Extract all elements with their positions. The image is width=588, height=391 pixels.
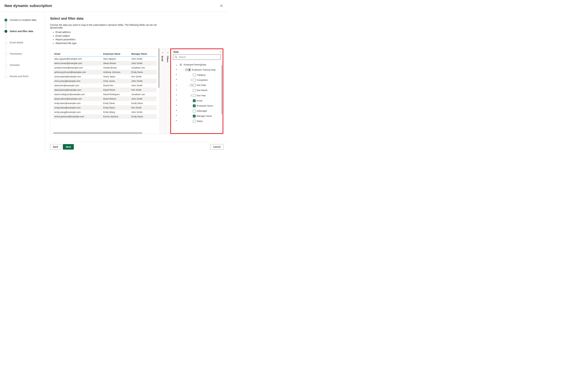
step-circle-icon	[4, 64, 7, 67]
chevron-right-icon[interactable]: »	[220, 51, 221, 53]
table-row[interactable]: david.wilson@example.comDavid WilsonJohn…	[53, 97, 156, 101]
chevron-right-icon[interactable]: ›	[187, 84, 190, 87]
cancel-button[interactable]: Cancel	[210, 144, 224, 150]
step-label: Connect to recipient data	[10, 19, 36, 21]
dataset-label: EmployeeTrainingData	[184, 63, 206, 66]
filters-pane-tab[interactable]: « Filters	[165, 48, 170, 134]
bullet-item: Email address	[56, 30, 224, 34]
horizontal-scrollbar[interactable]	[53, 132, 142, 134]
table-label: Employee Training Data	[192, 68, 216, 72]
field-label: Due Date	[197, 84, 206, 87]
column-header[interactable]: Manager Name	[130, 52, 156, 57]
calendar-icon	[190, 84, 193, 86]
tree-field[interactable]: IsManager	[179, 108, 222, 113]
step-circle-icon	[4, 30, 7, 33]
svg-line-1	[176, 58, 177, 58]
table-row[interactable]: david.kim@example.comDavid KimJohn Smith	[53, 83, 156, 88]
step-0[interactable]: Connect to recipient data	[4, 17, 45, 23]
field-checkbox[interactable]	[193, 104, 196, 107]
tree-field[interactable]: Due Month	[179, 88, 222, 93]
table-cell: John Smith	[130, 110, 156, 114]
field-label: Manager Name	[197, 114, 212, 118]
step-circle-icon	[4, 19, 7, 21]
step-label: Review and finish	[10, 75, 28, 78]
column-header[interactable]: Email	[53, 52, 102, 57]
table-row[interactable]: emma.jackson@example.comEmma JacksonEmil…	[53, 114, 156, 119]
vertical-scrollbar[interactable]	[158, 48, 160, 88]
tree-field[interactable]: Manager Name	[179, 113, 222, 119]
back-button[interactable]: Back	[50, 144, 61, 150]
tree-field[interactable]: Email	[179, 98, 222, 103]
tree-table[interactable]: ⌄Employee Training Data	[179, 67, 222, 72]
tree-dataset[interactable]: EmployeeTrainingData	[179, 62, 222, 67]
next-button[interactable]: Next	[63, 144, 74, 150]
table-row[interactable]: alexis.brown@example.comAlexis BrownJohn…	[53, 61, 156, 65]
tree-field[interactable]: Status	[179, 119, 222, 124]
table-icon	[185, 69, 188, 71]
step-4[interactable]: Schedule	[4, 62, 45, 68]
filters-tab-label: Filters	[166, 56, 169, 63]
table-cell: david.rodriguez@example.com	[53, 92, 102, 97]
tree-field[interactable]: ›Due Date	[179, 83, 222, 88]
table-row[interactable]: anthony.johnson@example.comAnthony Johns…	[53, 70, 156, 74]
table-row[interactable]: avery.taylor@example.comAvery TaylorKim …	[53, 74, 156, 79]
svg-rect-3	[181, 64, 182, 65]
table-cell: John Smith	[130, 61, 156, 65]
table-cell: Alexis Brown	[102, 61, 130, 65]
table-cell: chris.jones@example.com	[53, 79, 102, 83]
step-3[interactable]: Parameters	[4, 51, 45, 57]
field-label: Due Month	[197, 89, 208, 92]
chevron-down-icon[interactable]: ⌄	[183, 68, 185, 71]
table-cell: Kim Smith	[130, 88, 156, 92]
table-row[interactable]: emily.davis@example.comEmily DavisEmily …	[53, 101, 156, 105]
tree-scrollbar[interactable]	[221, 65, 222, 114]
column-header[interactable]: Employee Name	[102, 52, 130, 57]
table-cell: David Kim	[102, 83, 130, 88]
tree-field[interactable]: ΣDue Year	[179, 93, 222, 98]
table-row[interactable]: emily.wang@example.comEmily WangJohn Smi…	[53, 110, 156, 114]
table-cell: Avery Taylor	[102, 74, 130, 79]
close-button[interactable]	[219, 3, 224, 8]
page-heading: Select and filter data	[50, 16, 224, 20]
build-pane-tab[interactable]: « Build	[160, 48, 165, 134]
dataset-icon	[180, 64, 183, 66]
field-checkbox[interactable]	[193, 79, 196, 82]
search-input[interactable]	[178, 56, 219, 58]
table-cell: Amelia Brown	[102, 65, 130, 70]
bullet-item: Attachment file type	[56, 41, 224, 45]
step-2[interactable]: Email details	[4, 39, 45, 46]
step-label: Select and filter data	[10, 30, 33, 33]
data-search[interactable]	[173, 54, 221, 60]
field-checkbox[interactable]	[193, 84, 196, 87]
table-row[interactable]: alan.nguyen@example.comAlan NguyenJohn S…	[53, 57, 156, 61]
table-row[interactable]: chris.jones@example.comChris JonesJohn S…	[53, 79, 156, 83]
table-row[interactable]: emily.davis@example.comEmily DavisKim Sm…	[53, 105, 156, 110]
step-1[interactable]: Select and filter data	[4, 28, 45, 34]
tree-field[interactable]: Category	[179, 72, 222, 78]
field-checkbox[interactable]	[193, 110, 196, 112]
page-intro: Choose the data you want to map to the s…	[50, 23, 159, 29]
table-cell: Emily Davis	[130, 70, 156, 74]
table-row[interactable]: david.perez@example.comDavid PerezKim Sm…	[53, 88, 156, 92]
svg-rect-9	[190, 84, 192, 86]
step-circle-icon	[4, 52, 7, 55]
field-label: Employee Name	[197, 104, 213, 107]
step-5[interactable]: Review and finish	[4, 73, 45, 79]
table-cell: Emily Davis	[130, 114, 156, 119]
table-row[interactable]: amelia.brown@example.comAmelia BrownJona…	[53, 65, 156, 70]
field-checkbox[interactable]	[193, 120, 196, 123]
tree-field[interactable]: ΣCompletion	[179, 78, 222, 83]
tree-field[interactable]: Employee Name	[179, 103, 222, 108]
field-checkbox[interactable]	[193, 89, 196, 92]
field-checkbox[interactable]	[188, 69, 191, 71]
table-row[interactable]: david.rodriguez@example.comDavid Rodrigu…	[53, 92, 156, 97]
table-cell: alan.nguyen@example.com	[53, 57, 102, 61]
data-pane-title: Data	[173, 51, 220, 53]
svg-point-0	[175, 56, 177, 58]
table-cell: David Perez	[102, 88, 130, 92]
field-label: Status	[197, 119, 203, 123]
field-checkbox[interactable]	[193, 74, 196, 76]
field-checkbox[interactable]	[193, 94, 196, 97]
field-checkbox[interactable]	[193, 115, 196, 117]
field-checkbox[interactable]	[193, 99, 196, 102]
